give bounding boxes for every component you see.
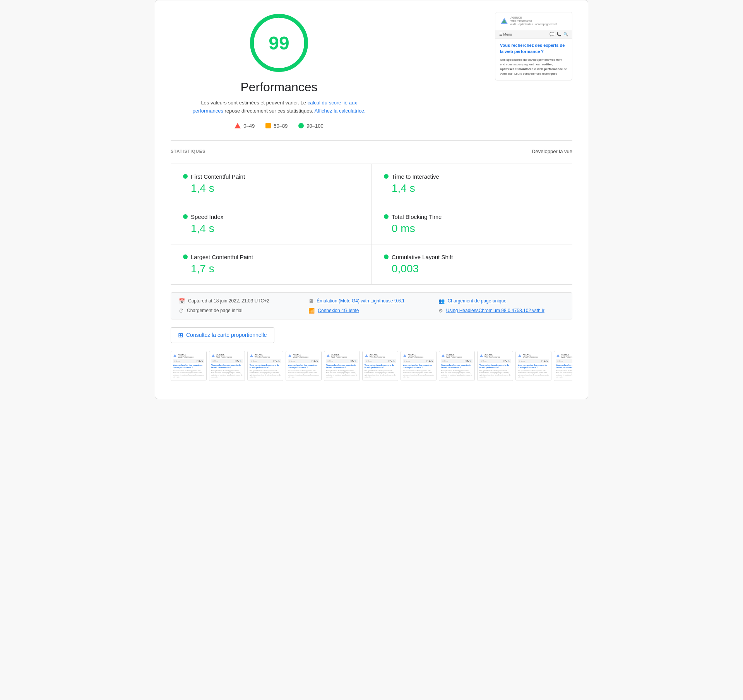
svg-marker-9 — [365, 354, 368, 357]
metric-cls-header: Cumulative Layout Shift — [384, 254, 560, 260]
filmstrip-frame: AGENCEWeb Performance ☰ Menu💬 📞 🔍 Vous r… — [515, 351, 551, 381]
legend-item-bad: 0–49 — [235, 123, 255, 129]
metadata-initial-load: ⏱ Chargement de page initial — [179, 308, 305, 314]
legend-item-medium: 50–89 — [265, 123, 288, 129]
legend-range-medium: 50–89 — [274, 123, 288, 129]
legend-item-good: 90–100 — [298, 123, 323, 129]
preview-nav: ☰ Menu 💬 📞 🔍 — [495, 30, 572, 39]
chromium-icon: ⚙ — [438, 308, 443, 314]
filmstrip-frame: AGENCEWeb Performance ☰ Menu💬 📞 🔍 Vous r… — [362, 351, 398, 381]
preview-agency-tagline: audit · optimisation · accompagnement — [510, 23, 557, 26]
metric-fcp: First Contentful Paint 1,4 s — [171, 164, 372, 204]
metric-si-value: 1,4 s — [183, 222, 359, 235]
users-icon: 👥 — [438, 298, 445, 304]
filmstrip-frame: AGENCEWeb Performance ☰ Menu💬 📞 🔍 Vous r… — [324, 351, 360, 381]
metric-cls-value: 0,003 — [384, 263, 560, 275]
metric-tbt-dot — [384, 214, 389, 219]
svg-marker-5 — [212, 354, 215, 357]
develop-view-link[interactable]: Développer la vue — [532, 149, 572, 154]
circle-icon — [298, 123, 304, 128]
treemap-label: Consultez la carte proportionnelle — [186, 332, 267, 338]
metric-lcp-header: Largest Contentful Paint — [183, 254, 359, 260]
metric-tbt-value: 0 ms — [384, 222, 560, 235]
metric-tbt-header: Total Blocking Time — [384, 213, 560, 220]
preview-header: AGENCE Web Performance audit · optimisat… — [495, 12, 572, 30]
filmstrip-frame: AGENCEWeb Performance ☰ Menu💬 📞 🔍 Vous r… — [439, 351, 475, 381]
metric-tti-value: 1,4 s — [384, 182, 560, 195]
preview-heading: Vous recherchez des experts de la web pe… — [500, 43, 567, 55]
metric-fcp-name: First Contentful Paint — [191, 173, 245, 180]
device-icon: 🖥 — [308, 298, 313, 304]
stats-label: STATISTIQUES — [171, 149, 205, 154]
metrics-grid: First Contentful Paint 1,4 s Time to Int… — [171, 164, 572, 285]
calendar-icon: 📅 — [179, 298, 185, 304]
svg-marker-13 — [518, 354, 521, 357]
metric-tti-header: Time to Interactive — [384, 173, 560, 180]
description-prefix: Les valeurs sont estimées et peuvent var… — [201, 100, 306, 106]
legend-range-bad: 0–49 — [243, 123, 255, 129]
metadata-capture-text: Captured at 18 juin 2022, 21:03 UTC+2 — [188, 298, 269, 304]
clock-icon: ⏱ — [179, 308, 184, 314]
square-icon — [265, 123, 271, 128]
metric-lcp-name: Largest Contentful Paint — [191, 254, 253, 260]
metric-si-dot — [183, 214, 188, 219]
filmstrip: AGENCEWeb Performance ☰ Menu💬 📞 🔍 Vous r… — [171, 351, 572, 383]
score-description: Les valeurs sont estimées et peuvent var… — [186, 99, 372, 115]
metric-tti: Time to Interactive 1,4 s — [372, 164, 572, 204]
svg-marker-10 — [403, 354, 406, 357]
svg-marker-7 — [288, 354, 291, 357]
preview-body-text: Nos spécialistes du développement web fr… — [500, 58, 567, 76]
metric-lcp-dot — [183, 254, 188, 259]
treemap-icon: ⊞ — [178, 331, 183, 339]
preview-nav-menu: ☰ Menu — [499, 32, 512, 36]
metric-tbt-name: Total Blocking Time — [392, 213, 442, 220]
description-middle: repose directement sur ces statistiques. — [225, 108, 313, 114]
search-icon: 🔍 — [563, 32, 568, 36]
metric-fcp-header: First Contentful Paint — [183, 173, 359, 180]
metadata-emulation-link[interactable]: Émulation (Moto G4) with Lighthouse 9.6.… — [317, 298, 404, 304]
metric-lcp-value: 1,7 s — [183, 263, 359, 275]
metric-lcp: Largest Contentful Paint 1,7 s — [171, 244, 372, 285]
metadata-connection-link[interactable]: Connexion 4G lente — [318, 308, 359, 313]
header-section: 99 Performances Les valeurs sont estimée… — [171, 12, 572, 129]
score-link-2[interactable]: Affichez la calculatrice. — [315, 108, 366, 114]
metric-si-name: Speed Index — [191, 213, 223, 220]
metadata-initial-load-text: Chargement de page initial — [187, 308, 242, 313]
metadata-single-load-link[interactable]: Chargement de page unique — [448, 298, 507, 304]
metric-tti-dot — [384, 174, 389, 179]
metric-cls-name: Cumulative Layout Shift — [392, 254, 453, 260]
metric-si-header: Speed Index — [183, 213, 359, 220]
score-circle: 99 — [248, 12, 310, 74]
filmstrip-frame: AGENCEWeb Performance ☰ Menu💬 📞 🔍 Vous r… — [247, 351, 283, 381]
svg-marker-14 — [556, 354, 560, 357]
metric-tbt: Total Blocking Time 0 ms — [372, 204, 572, 244]
score-legend: 0–49 50–89 90–100 — [235, 123, 323, 129]
treemap-section: ⊞ Consultez la carte proportionnelle — [171, 327, 572, 343]
filmstrip-frame: AGENCEWeb Performance ☰ Menu💬 📞 🔍 Vous r… — [477, 351, 513, 381]
metric-tti-name: Time to Interactive — [392, 173, 439, 180]
metadata-single-load: 👥 Chargement de page unique — [438, 298, 564, 304]
treemap-button[interactable]: ⊞ Consultez la carte proportionnelle — [171, 327, 274, 343]
svg-marker-11 — [442, 354, 445, 357]
preview-nav-icons: 💬 📞 🔍 — [550, 32, 568, 36]
metadata-capture-date: 📅 Captured at 18 juin 2022, 21:03 UTC+2 — [179, 298, 305, 304]
phone-icon: 📞 — [556, 32, 561, 36]
metric-fcp-value: 1,4 s — [183, 182, 359, 195]
preview-logo-text: AGENCE Web Performance audit · optimisat… — [510, 16, 557, 26]
metric-si: Speed Index 1,4 s — [171, 204, 372, 244]
svg-marker-4 — [173, 354, 176, 357]
preview-panel: AGENCE Web Performance audit · optimisat… — [495, 12, 572, 80]
score-value: 99 — [269, 32, 289, 54]
svg-marker-12 — [480, 354, 483, 357]
stats-header: STATISTIQUES Développer la vue — [171, 149, 572, 154]
chat-icon: 💬 — [550, 32, 554, 36]
metadata-chromium: ⚙ Using HeadlessChromium 98.0.4758.102 w… — [438, 308, 564, 314]
metadata-connection: 📶 Connexion 4G lente — [308, 308, 434, 314]
filmstrip-frame: AGENCEWeb Performance ☰ Menu💬 📞 🔍 Vous r… — [554, 351, 572, 381]
legend-range-good: 90–100 — [306, 123, 323, 129]
wifi-icon: 📶 — [308, 308, 315, 314]
metadata-chromium-link[interactable]: Using HeadlessChromium 98.0.4758.102 wit… — [446, 308, 544, 313]
filmstrip-frame: AGENCEWeb Performance ☰ Menu💬 📞 🔍 Vous r… — [171, 351, 207, 381]
svg-marker-8 — [327, 354, 330, 357]
score-area: 99 Performances Les valeurs sont estimée… — [171, 12, 387, 129]
